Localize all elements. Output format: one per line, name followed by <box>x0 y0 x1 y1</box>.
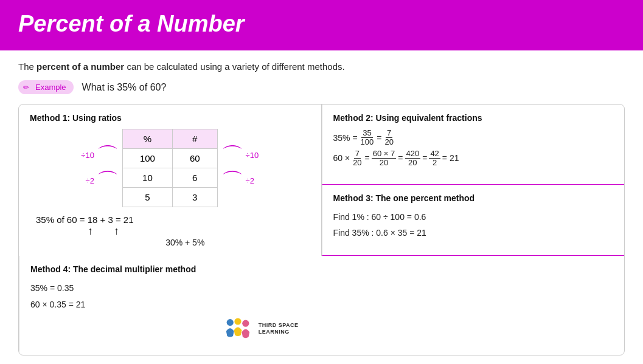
m2-frac4-den: 20 <box>378 159 389 167</box>
m2-frac1-den: 100 <box>360 138 375 146</box>
left-labels: ÷10 ⌒ ÷2 ⌒ <box>81 145 116 192</box>
logo-row: THIRD SPACELEARNING <box>30 312 311 346</box>
right-div2-label: ÷2 <box>246 176 254 185</box>
right-bracket-top: ⌒ <box>221 145 243 167</box>
right-labels: ⌒ ÷10 ⌒ ÷2 <box>224 145 259 192</box>
m2-frac5: 42020 <box>405 149 421 168</box>
left-bracket-bot: ⌒ <box>97 170 119 192</box>
left-bracket-top: ⌒ <box>97 145 119 167</box>
m2-frac6-num: 42 <box>429 149 440 159</box>
m2-eq4: = <box>422 149 427 167</box>
svg-point-0 <box>226 319 233 326</box>
left-div10: ÷10 ⌒ <box>81 145 116 167</box>
method4-title: Method 4: The decimal multiplier method <box>30 264 311 274</box>
method4-line2: 60 × 0.35 = 21 <box>30 297 311 313</box>
logo-text: THIRD SPACELEARNING <box>259 322 299 336</box>
content-area: The percent of a number can be calculate… <box>0 50 643 364</box>
table-row: 100 60 <box>122 149 217 168</box>
left-div2-label: ÷2 <box>86 176 94 185</box>
ratio-table: % # 100 60 10 6 <box>122 129 218 207</box>
example-question: What is 35% of 60? <box>82 82 167 93</box>
logo-area: THIRD SPACELEARNING <box>223 312 311 346</box>
method2-line2: 60 × 720 = 60 × 720 = 42020 = 422 = 21 <box>333 149 614 168</box>
cell-100: 100 <box>122 149 172 168</box>
table-row: 5 3 <box>122 188 217 207</box>
left-div2: ÷2 ⌒ <box>86 170 116 192</box>
intro-after: can be calculated using a variety of dif… <box>124 61 344 72</box>
m2-eq2: = <box>365 149 370 167</box>
pcts-line: 30% + 5% <box>60 238 310 247</box>
m2-frac2: 720 <box>383 129 394 147</box>
example-row: Example What is 35% of 60? <box>18 80 625 94</box>
m2-frac3-num: 7 <box>354 149 361 159</box>
header: Percent of a Number <box>0 0 643 50</box>
method4-box: Method 4: The decimal multiplier method … <box>19 256 322 355</box>
m2-eq5: = 21 <box>442 149 459 167</box>
cell-10: 10 <box>122 168 172 188</box>
method1-title: Method 1: Using ratios <box>30 113 310 123</box>
m2-frac4: 60 × 720 <box>372 149 397 168</box>
left-div10-label: ÷10 <box>81 151 94 160</box>
page-title: Percent of a Number <box>18 11 625 37</box>
method3-content: Find 1% : 60 ÷ 100 = 0.6 Find 35% : 0.6 … <box>333 209 614 241</box>
m2-frac4-num: 60 × 7 <box>372 149 397 159</box>
method1-bottom: 35% of 60 = 18 + 3 = 21 ↑ ↑ 30% + 5% <box>30 215 310 247</box>
method1-box: Method 1: Using ratios ÷10 ⌒ ÷2 ⌒ <box>19 105 322 256</box>
m2-frac5-den: 20 <box>407 159 418 167</box>
methods-grid: Method 1: Using ratios ÷10 ⌒ ÷2 ⌒ <box>18 104 625 355</box>
cell-3: 3 <box>172 188 217 207</box>
cell-6: 6 <box>172 168 217 188</box>
right-bracket-bot: ⌒ <box>221 170 243 192</box>
m2-frac2-den: 20 <box>383 138 394 146</box>
method3-line1: Find 1% : 60 ÷ 100 = 0.6 <box>333 209 614 225</box>
m2-frac5-num: 420 <box>405 149 421 159</box>
right-div2: ⌒ ÷2 <box>224 170 254 192</box>
m2-frac6: 422 <box>429 149 440 168</box>
method4-line1: 35% = 0.35 <box>30 280 311 297</box>
m2-eq1: = <box>377 129 381 146</box>
cell-60: 60 <box>172 149 217 168</box>
arrow-spacer <box>93 225 114 238</box>
table-row: 10 6 <box>122 168 217 188</box>
m2-eq3: = <box>398 149 403 167</box>
method2-box: Method 2: Using equivalent fractions 35%… <box>322 105 625 185</box>
m2-line1-text: 35% = <box>333 129 358 146</box>
page-wrapper: Percent of a Number The percent of a num… <box>0 0 643 364</box>
result-line: 35% of 60 = 18 + 3 = 21 <box>36 215 310 225</box>
method3-box: Method 3: The one percent method Find 1%… <box>322 185 625 256</box>
cell-5: 5 <box>122 188 172 207</box>
right-div10-label: ÷10 <box>246 151 259 160</box>
right-div10: ⌒ ÷10 <box>224 145 259 167</box>
intro-text: The percent of a number can be calculate… <box>18 61 625 72</box>
col-header-hash: # <box>172 129 217 149</box>
arrows-row: ↑ ↑ <box>88 225 310 238</box>
intro-bold: percent of a number <box>36 61 124 72</box>
tsl-logo-icon <box>223 317 252 340</box>
method3-line2: Find 35% : 0.6 × 35 = 21 <box>333 225 614 241</box>
example-badge: Example <box>18 80 74 94</box>
col-header-pct: % <box>122 129 172 149</box>
m2-line2-start: 60 × <box>333 149 350 167</box>
ratio-container: ÷10 ⌒ ÷2 ⌒ % # <box>30 129 310 207</box>
svg-point-1 <box>234 318 241 325</box>
svg-point-2 <box>242 320 249 327</box>
m2-frac3-den: 20 <box>352 159 363 167</box>
method2-title: Method 2: Using equivalent fractions <box>333 113 614 123</box>
m2-frac3: 720 <box>352 149 363 168</box>
m2-frac1: 35100 <box>360 129 375 147</box>
m2-frac6-den: 2 <box>431 159 438 167</box>
m2-frac2-num: 7 <box>386 129 392 138</box>
m2-frac1-num: 35 <box>361 129 372 138</box>
method2-line1: 35% = 35100 = 720 <box>333 129 614 147</box>
arrow2: ↑ <box>114 225 119 238</box>
method4-content: 35% = 0.35 60 × 0.35 = 21 <box>30 280 311 312</box>
arrow1: ↑ <box>88 225 93 238</box>
method3-title: Method 3: The one percent method <box>333 193 614 203</box>
